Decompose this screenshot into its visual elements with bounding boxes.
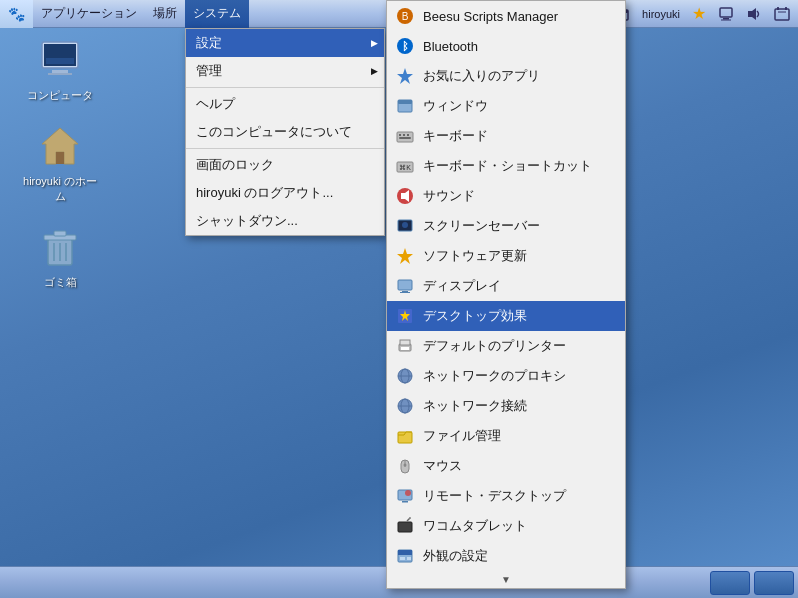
svg-rect-71 bbox=[398, 550, 412, 555]
desktop-effects-label: デスクトップ効果 bbox=[423, 307, 527, 325]
trash-svg bbox=[38, 225, 82, 269]
svg-rect-22 bbox=[54, 231, 66, 236]
appearance-label: 外観の設定 bbox=[423, 547, 488, 565]
shutdown-label: シャットダウン... bbox=[196, 212, 298, 230]
submenu-item-display[interactable]: ディスプレイ bbox=[387, 271, 625, 301]
svg-rect-72 bbox=[400, 557, 405, 560]
tray-clock[interactable] bbox=[770, 4, 794, 24]
svg-point-66 bbox=[405, 490, 411, 496]
submenu-item-remote-desktop[interactable]: リモート・デスクトップ bbox=[387, 481, 625, 511]
admin-label: 管理 bbox=[196, 62, 222, 80]
network-proxy-label: ネットワークのプロキシ bbox=[423, 367, 566, 385]
menu-sep-2 bbox=[186, 148, 384, 149]
svg-rect-32 bbox=[398, 100, 412, 104]
menu-item-admin[interactable]: 管理 bbox=[186, 57, 384, 85]
home-icon bbox=[36, 122, 84, 170]
submenu-item-network-connect[interactable]: ネットワーク接続 bbox=[387, 391, 625, 421]
menu-item-about[interactable]: このコンピュータについて bbox=[186, 118, 384, 146]
svg-point-63 bbox=[404, 464, 407, 467]
submenu-item-screensaver[interactable]: スクリーンセーバー bbox=[387, 211, 625, 241]
svg-text:ᛒ: ᛒ bbox=[402, 40, 409, 52]
menu-item-help[interactable]: ヘルプ bbox=[186, 90, 384, 118]
submenu-item-desktop-effects[interactable]: デスクトップ効果 bbox=[387, 301, 625, 331]
svg-rect-53 bbox=[401, 347, 409, 350]
tray-sound[interactable] bbox=[742, 4, 766, 24]
menu-sep-1 bbox=[186, 87, 384, 88]
submenu-item-file-mgmt[interactable]: ファイル管理 bbox=[387, 421, 625, 451]
menu-item-shutdown[interactable]: シャットダウン... bbox=[186, 207, 384, 235]
computer-label: コンピュータ bbox=[27, 88, 93, 102]
keyboard-shortcut-label: キーボード・ショートカット bbox=[423, 157, 592, 175]
home-svg bbox=[38, 124, 82, 168]
taskbar-system[interactable]: システム bbox=[185, 0, 249, 28]
submenu-item-default-printer[interactable]: デフォルトのプリンター bbox=[387, 331, 625, 361]
svg-point-44 bbox=[402, 222, 408, 228]
bluetooth-label: Bluetooth bbox=[423, 39, 478, 54]
submenu-scroll-down[interactable]: ▼ bbox=[387, 571, 625, 588]
windows-icon bbox=[395, 96, 415, 116]
sound-menu-icon bbox=[395, 186, 415, 206]
submenu-item-network-proxy[interactable]: ネットワークのプロキシ bbox=[387, 361, 625, 391]
keyboard-label: キーボード bbox=[423, 127, 488, 145]
taskbar-applications[interactable]: アプリケーション bbox=[33, 0, 145, 28]
mouse-label: マウス bbox=[423, 457, 462, 475]
svg-rect-37 bbox=[399, 137, 411, 139]
remote-desktop-icon bbox=[395, 486, 415, 506]
screensaver-label: スクリーンセーバー bbox=[423, 217, 540, 235]
taskbar-places[interactable]: 場所 bbox=[145, 0, 185, 28]
submenu-item-keyboard-shortcut[interactable]: ⌘K キーボード・ショートカット bbox=[387, 151, 625, 181]
settings-submenu: B Beesu Scripts Manager ᛒ Bluetooth bbox=[386, 0, 626, 589]
taskbar-bottom-btn1[interactable] bbox=[710, 571, 750, 595]
menu-item-settings[interactable]: 設定 bbox=[186, 29, 384, 57]
tray-star[interactable]: ★ bbox=[688, 2, 710, 25]
beesu-label: Beesu Scripts Manager bbox=[423, 9, 558, 24]
submenu-item-bluetooth[interactable]: ᛒ Bluetooth bbox=[387, 31, 625, 61]
submenu-item-mouse[interactable]: マウス bbox=[387, 451, 625, 481]
submenu-item-software-update[interactable]: ソフトウェア更新 bbox=[387, 241, 625, 271]
applications-label: アプリケーション bbox=[41, 5, 137, 22]
menu-item-lock[interactable]: 画面のロック bbox=[186, 151, 384, 179]
svg-rect-73 bbox=[407, 557, 411, 560]
computer-svg bbox=[38, 38, 82, 82]
svg-rect-16 bbox=[48, 73, 72, 75]
submenu-item-keyboard[interactable]: キーボード bbox=[387, 121, 625, 151]
tray-monitor[interactable] bbox=[714, 4, 738, 24]
submenu-item-sound[interactable]: サウンド bbox=[387, 181, 625, 211]
appearance-icon bbox=[395, 546, 415, 566]
desktop-icon-computer[interactable]: コンピュータ bbox=[20, 36, 100, 102]
beesu-icon: B bbox=[395, 6, 415, 26]
submenu-item-beesu[interactable]: B Beesu Scripts Manager bbox=[387, 1, 625, 31]
svg-text:⌘K: ⌘K bbox=[399, 164, 411, 171]
menu-item-logout[interactable]: hiroyuki のログアウト... bbox=[186, 179, 384, 207]
trash-label: ゴミ箱 bbox=[44, 275, 77, 289]
network-connect-icon bbox=[395, 396, 415, 416]
software-update-label: ソフトウェア更新 bbox=[423, 247, 527, 265]
help-label: ヘルプ bbox=[196, 95, 235, 113]
clock-icon bbox=[774, 6, 790, 22]
system-label: システム bbox=[193, 5, 241, 22]
desktop-icons-container: コンピュータ hiroyuki のホーム bbox=[20, 36, 100, 289]
fav-apps-icon bbox=[395, 66, 415, 86]
svg-rect-19 bbox=[56, 152, 64, 164]
submenu-item-windows[interactable]: ウィンドウ bbox=[387, 91, 625, 121]
svg-rect-34 bbox=[399, 134, 401, 136]
svg-marker-8 bbox=[748, 8, 756, 20]
keyboard-icon bbox=[395, 126, 415, 146]
svg-rect-6 bbox=[723, 18, 729, 20]
desktop-icon-home[interactable]: hiroyuki のホーム bbox=[20, 122, 100, 203]
system-dropdown: 設定 管理 ヘルプ このコンピュータについて 画面のロック hiroyuki の… bbox=[185, 28, 385, 236]
software-update-icon bbox=[395, 246, 415, 266]
submenu-item-wacom[interactable]: ワコムタブレット bbox=[387, 511, 625, 541]
file-mgmt-icon bbox=[395, 426, 415, 446]
submenu-item-appearance[interactable]: 外観の設定 bbox=[387, 541, 625, 571]
svg-rect-11 bbox=[777, 7, 779, 10]
desktop-icon-trash[interactable]: ゴミ箱 bbox=[20, 223, 100, 289]
lock-label: 画面のロック bbox=[196, 156, 274, 174]
svg-rect-52 bbox=[400, 340, 410, 345]
places-label: 場所 bbox=[153, 5, 177, 22]
submenu-item-fav-apps[interactable]: お気に入りのアプリ bbox=[387, 61, 625, 91]
computer-icon bbox=[36, 36, 84, 84]
svg-rect-35 bbox=[403, 134, 405, 136]
taskbar-bottom-btn2[interactable] bbox=[754, 571, 794, 595]
taskbar-appicon[interactable]: 🐾 bbox=[0, 0, 33, 28]
